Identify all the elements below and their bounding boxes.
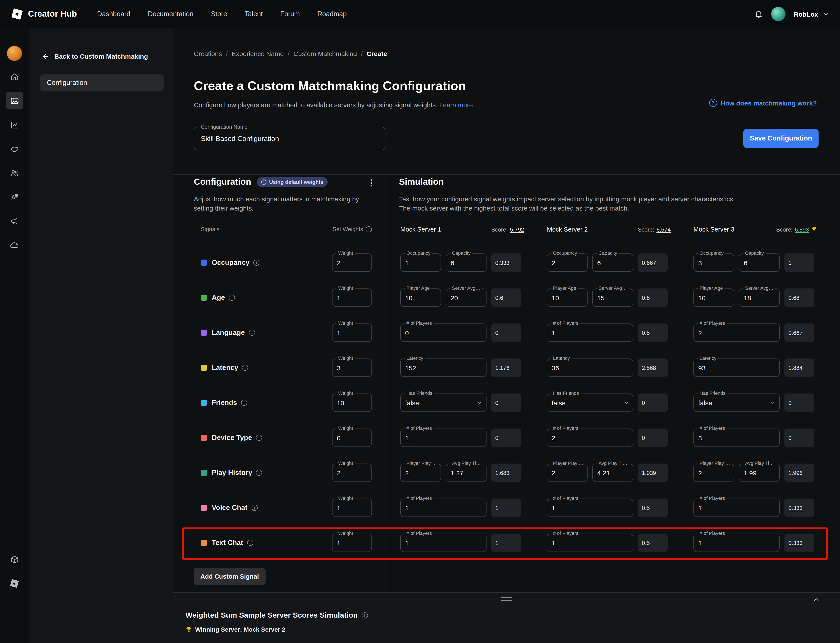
input-field-of-players[interactable]: # of Players xyxy=(400,429,487,447)
field-input-of-players[interactable] xyxy=(694,324,779,341)
input-field-latency[interactable]: Latency xyxy=(400,359,487,377)
nav-link-store[interactable]: Store xyxy=(211,10,227,18)
signal-score[interactable]: 0 xyxy=(491,429,521,447)
breadcrumb-creations[interactable]: Creations xyxy=(194,50,222,57)
field-input-weight[interactable] xyxy=(332,289,371,307)
info-icon[interactable]: i xyxy=(251,505,257,511)
configuration-name-field[interactable]: Configuration Name xyxy=(194,127,386,150)
field-input-of-players[interactable] xyxy=(547,499,633,516)
field-input-weight[interactable] xyxy=(332,394,371,411)
info-icon[interactable]: i xyxy=(361,612,368,619)
input-field-of-players[interactable]: # of Players xyxy=(547,499,633,517)
save-configuration-button[interactable]: Save Configuration xyxy=(743,129,819,148)
signal-score[interactable]: 0.6 xyxy=(491,289,521,307)
field-input-of-players[interactable] xyxy=(694,534,779,552)
bell-icon[interactable] xyxy=(754,10,763,18)
field-input-capacity[interactable] xyxy=(446,254,486,271)
input-field-of-players[interactable]: # of Players xyxy=(693,499,780,517)
input-field-occupancy[interactable]: Occupancy xyxy=(693,253,734,272)
nav-link-talent[interactable]: Talent xyxy=(244,10,263,18)
input-field-weight[interactable]: Weight xyxy=(332,289,372,307)
input-field-of-players[interactable]: # of Players xyxy=(400,323,487,342)
field-input-weight[interactable] xyxy=(332,464,371,481)
signal-score[interactable]: 1 xyxy=(491,534,521,552)
sidebar-item-configuration[interactable]: Configuration xyxy=(40,74,164,91)
field-input-latency[interactable] xyxy=(547,359,633,377)
signal-score[interactable]: 0 xyxy=(491,393,521,412)
chevron-down-icon[interactable] xyxy=(824,11,829,16)
localization-icon[interactable] xyxy=(6,188,23,206)
input-field-of-players[interactable]: # of Players xyxy=(400,499,487,517)
input-field-avg-play-ti[interactable]: Avg Play Ti… xyxy=(446,463,487,482)
field-input-of-players[interactable] xyxy=(547,534,633,552)
field-input-capacity[interactable] xyxy=(593,254,633,271)
input-field-server-avg[interactable]: Server Avg… xyxy=(739,289,780,307)
field-input-occupancy[interactable] xyxy=(547,254,587,271)
cloud-icon[interactable] xyxy=(6,237,23,254)
signal-score[interactable]: 0 xyxy=(638,393,667,412)
input-field-avg-play-ti[interactable]: Avg Play Ti… xyxy=(593,463,633,482)
studio-icon[interactable] xyxy=(6,575,23,592)
field-input-server-avg[interactable] xyxy=(593,289,633,307)
info-icon[interactable]: i xyxy=(254,259,260,266)
field-input-weight[interactable] xyxy=(332,359,371,377)
info-icon[interactable]: i xyxy=(242,365,248,371)
nav-link-forum[interactable]: Forum xyxy=(280,10,300,18)
signal-score[interactable]: 0.333 xyxy=(785,499,814,517)
field-input-player-play[interactable] xyxy=(694,464,734,481)
input-field-of-players[interactable]: # of Players xyxy=(400,534,487,552)
signal-score[interactable]: 0.667 xyxy=(785,323,814,342)
field-input-server-avg[interactable] xyxy=(446,289,486,307)
input-field-player-age[interactable]: Player Age xyxy=(400,289,441,307)
monetization-icon[interactable] xyxy=(6,140,23,158)
field-input-weight[interactable] xyxy=(332,324,371,341)
field-input-of-players[interactable] xyxy=(547,429,633,447)
input-field-player-age[interactable]: Player Age xyxy=(693,289,734,307)
signal-score[interactable]: 0 xyxy=(785,393,814,412)
field-input-of-players[interactable] xyxy=(401,429,486,447)
signal-score[interactable]: 2.568 xyxy=(638,359,667,377)
signal-score[interactable]: 1.996 xyxy=(785,463,814,482)
home-icon[interactable] xyxy=(6,68,23,85)
server-score-value[interactable]: 6.574 xyxy=(656,226,671,233)
field-input-of-players[interactable] xyxy=(401,499,486,516)
signal-score[interactable]: 0.333 xyxy=(491,253,521,272)
select-field-has-friends[interactable]: Has Friends xyxy=(547,393,633,412)
creations-icon[interactable] xyxy=(6,92,23,109)
info-icon[interactable]: i xyxy=(256,435,262,441)
signal-score[interactable]: 1.683 xyxy=(491,463,521,482)
signal-score[interactable]: 0.5 xyxy=(638,323,667,342)
input-field-of-players[interactable]: # of Players xyxy=(693,429,780,447)
signal-score[interactable]: 0.5 xyxy=(638,534,667,552)
field-input-of-players[interactable] xyxy=(694,499,779,516)
signal-score[interactable]: 1 xyxy=(491,499,521,517)
field-input-player-age[interactable] xyxy=(694,289,734,307)
input-field-latency[interactable]: Latency xyxy=(547,359,633,377)
signal-score[interactable]: 0.8 xyxy=(638,289,667,307)
server-score-value[interactable]: 5.792 xyxy=(510,226,524,233)
input-field-capacity[interactable]: Capacity xyxy=(446,253,487,272)
toolbox-icon[interactable] xyxy=(6,551,23,568)
input-field-of-players[interactable]: # of Players xyxy=(547,323,633,342)
field-input-player-age[interactable] xyxy=(401,289,441,307)
field-input-player-play[interactable] xyxy=(547,464,587,481)
input-field-weight[interactable]: Weight xyxy=(332,359,372,377)
field-input-latency[interactable] xyxy=(694,359,779,377)
signal-score[interactable]: 1.884 xyxy=(785,359,814,377)
signal-score[interactable]: 0.5 xyxy=(638,499,667,517)
server-score-value[interactable]: 6.893 xyxy=(795,226,809,233)
input-field-of-players[interactable]: # of Players xyxy=(693,534,780,552)
username[interactable]: RobLox xyxy=(794,10,818,18)
input-field-player-play[interactable]: Player Play … xyxy=(693,463,734,482)
signal-score[interactable]: 1.039 xyxy=(638,463,667,482)
signal-score[interactable]: 1 xyxy=(785,253,814,272)
input-field-capacity[interactable]: Capacity xyxy=(739,253,780,272)
info-icon[interactable]: i xyxy=(249,330,255,336)
nav-link-dashboard[interactable]: Dashboard xyxy=(97,10,130,18)
input-field-occupancy[interactable]: Occupancy xyxy=(547,253,588,272)
field-input-avg-play-ti[interactable] xyxy=(446,464,486,481)
add-custom-signal-button[interactable]: Add Custom Signal xyxy=(194,568,265,585)
input-field-of-players[interactable]: # of Players xyxy=(547,534,633,552)
field-input-occupancy[interactable] xyxy=(401,254,441,271)
field-input-occupancy[interactable] xyxy=(694,254,734,271)
